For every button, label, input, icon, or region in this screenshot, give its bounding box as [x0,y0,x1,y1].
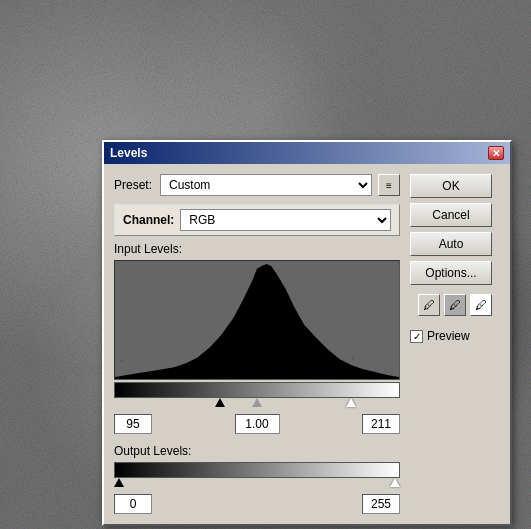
close-icon: ✕ [492,148,500,159]
svg-rect-2 [133,364,134,365]
input-mid-field[interactable] [235,414,280,434]
preview-label: Preview [427,329,470,343]
channel-label: Channel: [123,213,174,227]
left-panel: Preset: Custom ≡ Channel: RGB [114,174,400,514]
channel-select[interactable]: RGB [180,209,391,231]
input-values [114,414,400,434]
gray-eyedropper-icon: 🖊 [449,298,461,312]
black-output-marker[interactable] [114,478,124,487]
title-bar: Levels ✕ [104,142,510,164]
output-levels-label: Output Levels: [114,444,400,458]
input-levels-label: Input Levels: [114,242,400,256]
gray-eyedropper-button[interactable]: 🖊 [444,294,466,316]
close-button[interactable]: ✕ [488,146,504,160]
channel-select-wrapper: RGB [180,209,391,231]
auto-button[interactable]: Auto [410,232,492,256]
svg-rect-3 [352,357,354,359]
checkmark-icon: ✓ [413,331,421,342]
preview-row: ✓ Preview [410,329,500,343]
black-eyedropper-icon: 🖊 [423,298,435,312]
dialog-body: Preset: Custom ≡ Channel: RGB [104,164,510,524]
preset-select[interactable]: Custom [160,174,372,196]
black-input-marker[interactable] [215,398,225,407]
output-black-field[interactable] [114,494,152,514]
black-eyedropper-button[interactable]: 🖊 [418,294,440,316]
white-eyedropper-button[interactable]: 🖊 [470,294,492,316]
white-output-marker[interactable] [390,478,400,487]
output-slider-markers [114,478,400,490]
gray-input-marker[interactable] [252,398,262,407]
white-eyedropper-icon: 🖊 [475,298,487,312]
dialog-title: Levels [110,146,147,160]
input-black-field[interactable] [114,414,152,434]
ok-button[interactable]: OK [410,174,492,198]
histogram [114,260,400,380]
output-slider-track[interactable] [114,462,400,478]
preset-options-button[interactable]: ≡ [378,174,400,196]
preview-checkbox[interactable]: ✓ [410,330,423,343]
preset-row: Preset: Custom ≡ [114,174,400,196]
input-slider-markers [114,398,400,410]
levels-dialog: Levels ✕ Preset: Custom ≡ Channe [102,140,512,526]
white-input-marker[interactable] [346,398,356,407]
input-white-field[interactable] [362,414,400,434]
options-button[interactable]: Options... [410,261,492,285]
preset-label: Preset: [114,178,154,192]
channel-row: Channel: RGB [114,204,400,236]
eyedropper-row: 🖊 🖊 🖊 [410,294,500,316]
input-slider-track[interactable] [114,382,400,398]
output-white-field[interactable] [362,494,400,514]
preset-options-icon: ≡ [386,180,392,191]
right-panel: OK Cancel Auto Options... 🖊 🖊 🖊 [410,174,500,514]
svg-rect-1 [121,359,123,361]
cancel-button[interactable]: Cancel [410,203,492,227]
preset-select-wrapper: Custom [160,174,372,196]
histogram-svg [115,261,399,379]
output-values [114,494,400,514]
